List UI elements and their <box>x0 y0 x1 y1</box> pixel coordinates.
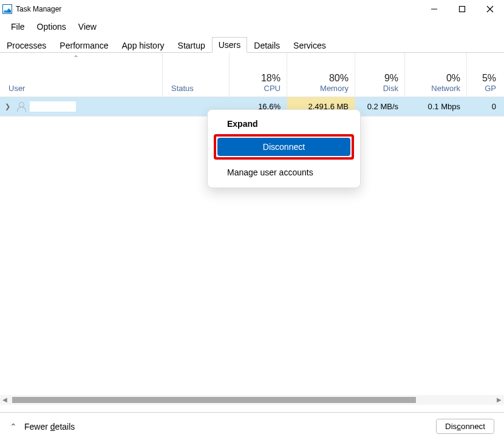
column-network[interactable]: 0% Network <box>405 53 467 96</box>
tab-app-history[interactable]: App history <box>115 38 171 53</box>
window-title: Task Manager <box>16 5 420 13</box>
scrollbar-thumb[interactable] <box>12 397 416 403</box>
total-memory: 80% <box>293 73 349 84</box>
column-memory-label: Memory <box>293 84 349 93</box>
maximize-button[interactable] <box>448 0 476 18</box>
column-cpu-label: CPU <box>236 84 281 93</box>
context-disconnect[interactable]: Disconnect <box>217 138 350 156</box>
context-manage-accounts[interactable]: Manage user accounts <box>214 163 354 181</box>
svg-rect-1 <box>460 7 465 12</box>
tab-processes[interactable]: Processes <box>0 38 53 53</box>
footer: ⌃ Fewer details Disconnect <box>0 412 504 440</box>
total-cpu: 18% <box>236 73 281 84</box>
tab-performance[interactable]: Performance <box>53 38 115 53</box>
collapse-chevron-icon[interactable]: ⌃ <box>10 422 17 432</box>
user-cell-disk: 0.2 MB/s <box>355 97 405 117</box>
sort-indicator-icon: ⌃ <box>73 54 79 63</box>
context-expand[interactable]: Expand <box>214 115 354 133</box>
tab-strip: Processes Performance App history Startu… <box>0 35 504 53</box>
tab-details[interactable]: Details <box>247 38 287 53</box>
total-disk: 9% <box>361 73 398 84</box>
column-status-label: Status <box>169 84 194 93</box>
context-menu: Expand Disconnect Manage user accounts <box>207 109 361 188</box>
menu-file[interactable]: File <box>5 21 31 33</box>
menu-options[interactable]: Options <box>31 21 72 33</box>
total-network: 0% <box>411 73 460 84</box>
app-icon <box>2 4 12 14</box>
scroll-right-icon[interactable]: ▶ <box>497 396 502 403</box>
close-button[interactable] <box>476 0 504 18</box>
minimize-button[interactable] <box>420 0 448 18</box>
menu-bar: File Options View <box>0 18 504 35</box>
column-user[interactable]: ⌃ User <box>0 53 163 96</box>
user-cell-gpu: 0 <box>467 97 502 117</box>
fewer-details-link[interactable]: Fewer details <box>24 422 75 432</box>
disconnect-button[interactable]: Disconnect <box>436 419 494 434</box>
scroll-left-icon[interactable]: ◀ <box>2 396 7 403</box>
column-gpu[interactable]: 5% GP <box>467 53 502 96</box>
total-gpu: 5% <box>473 73 496 84</box>
column-status[interactable]: Status <box>163 53 230 96</box>
tab-users[interactable]: Users <box>212 37 248 53</box>
user-cell-name: ❯ <box>0 97 163 117</box>
column-cpu[interactable]: 18% CPU <box>230 53 287 96</box>
expand-chevron-icon[interactable]: ❯ <box>5 103 10 110</box>
column-network-label: Network <box>411 84 460 93</box>
user-name-redacted <box>30 101 76 112</box>
column-memory[interactable]: 80% Memory <box>287 53 355 96</box>
column-disk[interactable]: 9% Disk <box>355 53 405 96</box>
column-disk-label: Disk <box>361 84 398 93</box>
fewer-details-accelerator: d <box>50 422 55 432</box>
user-cell-network: 0.1 Mbps <box>405 97 467 117</box>
column-user-label: User <box>6 84 25 93</box>
title-bar: Task Manager <box>0 0 504 18</box>
column-gpu-label: GP <box>473 84 496 93</box>
horizontal-scrollbar[interactable]: ◀ ▶ <box>0 395 504 405</box>
tab-startup[interactable]: Startup <box>171 38 212 53</box>
user-icon <box>16 102 26 112</box>
tab-services[interactable]: Services <box>287 38 333 53</box>
menu-view[interactable]: View <box>72 21 103 33</box>
annotation-highlight: Disconnect <box>214 134 354 160</box>
disconnect-accelerator: c <box>457 422 461 431</box>
column-headers: ⌃ User Status 18% CPU 80% Memory 9% Disk… <box>0 53 504 97</box>
